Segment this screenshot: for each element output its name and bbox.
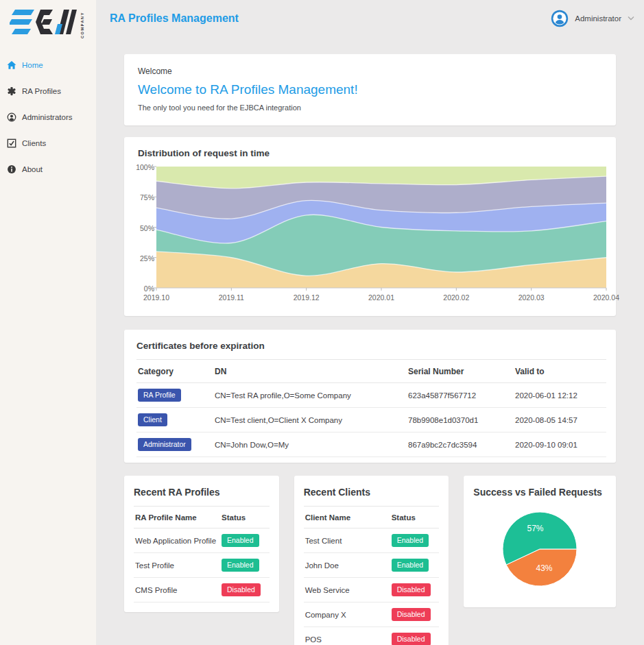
chevron-down-icon (628, 16, 634, 21)
status-badge: Enabled (392, 559, 429, 572)
table-row: Company X Disabled (304, 603, 440, 627)
table-row: Administrator CN=John Dow,O=My 867a9bc2c… (136, 433, 606, 457)
area-chart-svg (152, 167, 610, 293)
sidebar-item-about[interactable]: About (0, 156, 96, 182)
sidebar-item-home[interactable]: Home (0, 52, 96, 78)
table-row: CMS Profile Disabled (134, 578, 270, 603)
x-axis-tick-label: 2020.04 (579, 293, 634, 302)
client-name-cell: Web Service (304, 578, 390, 603)
pie-chart-title: Success vs Failed Requests (473, 487, 606, 498)
y-axis-tick-label: 100% (134, 163, 154, 171)
dn-cell: CN=Test client,O=Client X Company (213, 408, 407, 433)
distribution-chart-card: Distribution of request in time 100%75%5… (124, 137, 616, 316)
recent-ra-profiles-card: Recent RA Profiles RA Profile Name Statu… (124, 476, 279, 612)
sidebar-item-label: Clients (22, 139, 46, 147)
table-header-row: Category DN Serial Number Valid to (136, 360, 606, 383)
certificates-table: Category DN Serial Number Valid to RA Pr… (136, 360, 606, 457)
sidebar-item-label: RA Profiles (22, 87, 61, 95)
welcome-heading: Welcome to RA Profiles Management! (138, 82, 602, 97)
asterisk-icon (7, 86, 16, 96)
pie-slice-label: 43% (536, 563, 553, 573)
col-header-serial: Serial Number (407, 360, 514, 383)
dn-cell: CN=Test RA profile,O=Some Company (213, 383, 407, 408)
main-area: RA Profiles Management Administrator Wel… (96, 0, 644, 645)
col-header-dn: DN (213, 360, 407, 383)
table-row: Test Profile Enabled (134, 553, 270, 578)
3key-logo-icon (10, 6, 78, 38)
serial-cell: 78b9908e1d0370d1 (407, 408, 514, 433)
x-axis-tick-label: 2020.02 (429, 293, 484, 302)
category-badge: RA Profile (138, 389, 181, 402)
sidebar: COMPANY Home RA Profiles (0, 0, 96, 645)
company-logo[interactable]: COMPANY (0, 0, 96, 42)
top-bar: RA Profiles Management Administrator (96, 0, 644, 26)
recent-clients-table: Client Name Status Test Client Enabled J… (304, 507, 440, 645)
welcome-subtitle: The only tool you need for the EJBCA int… (138, 104, 602, 112)
y-axis-tick-label: 75% (134, 193, 154, 202)
col-header-valid-to: Valid to (514, 360, 606, 383)
sidebar-item-administrators[interactable]: Administrators (0, 104, 96, 130)
table-row: Client CN=Test client,O=Client X Company… (136, 408, 606, 433)
user-circle-icon (7, 112, 16, 122)
table-header-row: RA Profile Name Status (134, 507, 270, 528)
category-badge: Client (138, 413, 167, 426)
status-badge: Disabled (392, 583, 431, 596)
pie-chart: 43%57% (473, 509, 606, 589)
user-name: Administrator (575, 14, 621, 23)
col-header-name: Client Name (304, 507, 390, 528)
x-axis-tick-label: 2020.01 (354, 293, 409, 302)
sidebar-item-label: About (22, 165, 43, 173)
recent-clients-card: Recent Clients Client Name Status Test C… (294, 476, 449, 645)
user-avatar-icon (551, 10, 569, 27)
dn-cell: CN=John Dow,O=My (213, 433, 407, 457)
status-badge: Enabled (392, 534, 429, 547)
recent-ra-profiles-table: RA Profile Name Status Web Application P… (134, 507, 270, 603)
table-row: Web Service Disabled (304, 578, 440, 603)
content: Welcome Welcome to RA Profiles Managemen… (96, 26, 644, 645)
chart-title: Distribution of request in time (138, 148, 606, 158)
sidebar-item-label: Home (22, 61, 43, 69)
status-badge: Disabled (392, 608, 431, 621)
col-header-category: Category (136, 360, 213, 383)
y-axis-tick-label: 0% (134, 284, 154, 293)
bottom-cards-row: Recent RA Profiles RA Profile Name Statu… (124, 476, 616, 645)
sidebar-nav: Home RA Profiles (0, 52, 96, 182)
serial-cell: 867a9bc2c7dc3594 (407, 433, 514, 457)
valid-to-cell: 2020-06-01 12:12 (514, 383, 606, 408)
status-badge: Enabled (222, 559, 259, 572)
x-axis-tick-label: 2020.03 (504, 293, 559, 302)
status-badge: Enabled (222, 534, 259, 547)
y-axis-tick-label: 25% (134, 254, 154, 263)
table-row: POS Disabled (304, 627, 440, 645)
table-row: RA Profile CN=Test RA profile,O=Some Com… (136, 383, 606, 408)
client-name-cell: John Doe (304, 553, 390, 578)
user-menu[interactable]: Administrator (551, 10, 634, 27)
sidebar-item-clients[interactable]: Clients (0, 130, 96, 156)
stacked-area-chart: 100%75%50%25%0% 2019.102019.112019.12202… (138, 167, 606, 305)
info-icon (7, 165, 16, 174)
certificates-title: Certificates before expiration (136, 341, 606, 351)
valid-to-cell: 2020-08-05 14:57 (514, 408, 606, 433)
table-row: Test Client Enabled (304, 528, 440, 553)
welcome-card: Welcome Welcome to RA Profiles Managemen… (124, 54, 616, 125)
pie-slice-label: 57% (527, 524, 544, 533)
table-row: John Doe Enabled (304, 553, 440, 578)
checkbox-icon (7, 138, 16, 148)
client-name-cell: Test Client (304, 528, 390, 553)
logo-company-text: COMPANY (80, 7, 84, 38)
sidebar-item-ra-profiles[interactable]: RA Profiles (0, 78, 96, 104)
valid-to-cell: 2020-09-10 09:01 (514, 433, 606, 457)
x-axis-tick-label: 2019.11 (204, 293, 259, 302)
y-axis-tick-label: 50% (134, 224, 154, 232)
profile-name-cell: CMS Profile (134, 578, 220, 603)
x-axis-tick-label: 2019.10 (129, 293, 184, 302)
profile-name-cell: Test Profile (134, 553, 220, 578)
profile-name-cell: Web Application Profile (134, 528, 220, 553)
certificates-card: Certificates before expiration Category … (124, 330, 616, 463)
page-title: RA Profiles Management (110, 12, 239, 25)
table-header-row: Client Name Status (304, 507, 440, 528)
table-row: Web Application Profile Enabled (134, 528, 270, 553)
status-badge: Disabled (222, 583, 261, 596)
status-badge: Disabled (392, 633, 431, 645)
home-icon (7, 60, 16, 70)
